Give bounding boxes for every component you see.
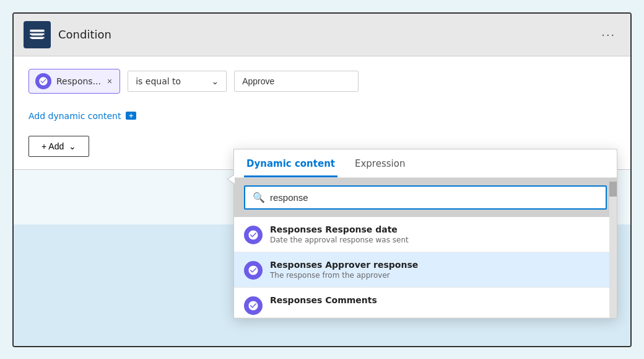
panel-scrollbar[interactable] (609, 182, 617, 318)
chevron-down-icon-add: ⌄ (69, 141, 76, 151)
operator-dropdown[interactable]: is equal to ⌄ (128, 71, 227, 92)
result-icon-3 (244, 296, 263, 315)
result-title-3: Responses Comments (270, 295, 607, 305)
dynamic-content-panel: Dynamic content Expression 🔍 Responses R… (233, 149, 617, 319)
tab-dynamic-content[interactable]: Dynamic content (244, 149, 337, 177)
result-desc-1: Date the approval response was sent (270, 236, 607, 244)
result-item-response-date[interactable]: Responses Response date Date the approva… (234, 217, 617, 252)
approval-result-icon-2 (248, 265, 259, 276)
condition-title: Condition (58, 28, 111, 41)
search-icon: 🔍 (253, 192, 265, 203)
main-container: Condition ··· Respons... × is equal to ⌄ (12, 12, 632, 347)
panel-search-area: 🔍 (234, 178, 617, 217)
approval-icon (38, 76, 48, 86)
operator-label: is equal to (136, 76, 181, 86)
dynamic-plus-badge: + (126, 112, 136, 120)
chip-label: Respons... (56, 76, 101, 86)
approval-result-icon-1 (248, 229, 259, 241)
response-chip: Respons... × (28, 69, 120, 94)
add-button-label: + Add (41, 141, 64, 151)
condition-header: Condition ··· (14, 14, 630, 56)
result-text-1: Responses Response date Date the approva… (270, 224, 607, 244)
result-title-2: Responses Approver response (270, 260, 607, 270)
add-button[interactable]: + Add ⌄ (28, 136, 89, 157)
tab-expression[interactable]: Expression (352, 149, 407, 177)
condition-header-left: Condition (24, 21, 111, 48)
add-dynamic-row: Add dynamic content + (14, 106, 630, 131)
panel-results: Responses Response date Date the approva… (234, 217, 617, 318)
search-box: 🔍 (244, 185, 607, 210)
result-item-approver-response[interactable]: Responses Approver response The response… (234, 252, 617, 288)
search-input[interactable] (270, 192, 598, 203)
svg-rect-0 (30, 29, 44, 32)
condition-icon (28, 26, 46, 43)
condition-card: Condition ··· Respons... × is equal to ⌄ (14, 14, 630, 170)
condition-body: Respons... × is equal to ⌄ (14, 56, 630, 106)
result-icon-2 (244, 261, 263, 280)
value-input[interactable] (234, 71, 359, 92)
result-text-3: Responses Comments (270, 295, 607, 306)
approval-result-icon-3 (248, 300, 259, 311)
chevron-down-icon: ⌄ (211, 76, 219, 86)
result-title-1: Responses Response date (270, 224, 607, 234)
add-dynamic-content-link[interactable]: Add dynamic content (28, 111, 121, 121)
result-item-comments[interactable]: Responses Comments (234, 288, 617, 318)
ellipsis-button[interactable]: ··· (596, 25, 620, 44)
chip-icon (35, 73, 51, 89)
condition-icon-box (24, 21, 51, 48)
scrollbar-thumb[interactable] (609, 182, 617, 197)
panel-tabs: Dynamic content Expression (234, 149, 617, 178)
result-desc-2: The response from the approver (270, 271, 607, 280)
result-icon-1 (244, 226, 263, 244)
result-text-2: Responses Approver response The response… (270, 260, 607, 280)
chip-close-button[interactable]: × (106, 77, 113, 86)
